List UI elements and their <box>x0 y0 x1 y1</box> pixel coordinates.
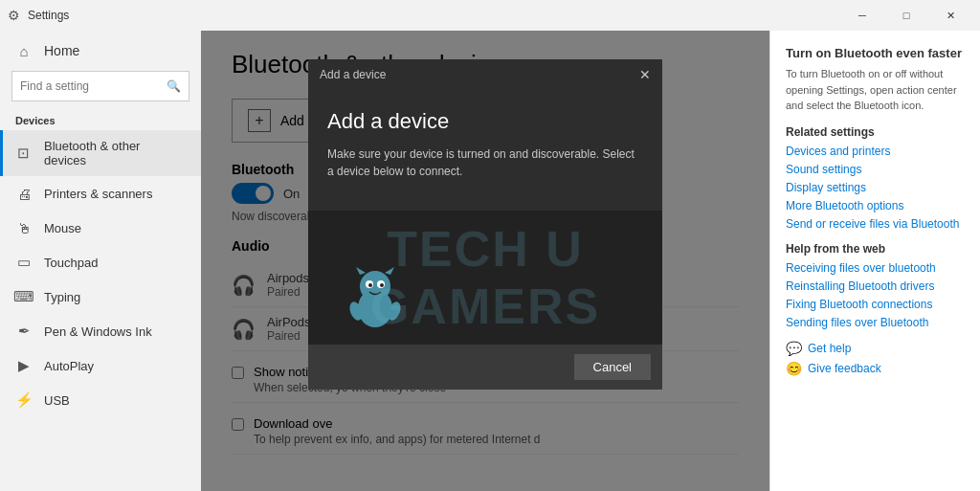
app-body: ⌂ Home 🔍 Devices ⊡ Bluetooth & other dev… <box>0 31 980 491</box>
sidebar-item-mouse[interactable]: 🖱 Mouse <box>0 211 201 245</box>
title-bar-title: Settings <box>28 9 69 22</box>
link-receiving-files[interactable]: Receiving files over bluetooth <box>786 261 965 275</box>
link-devices-printers[interactable]: Devices and printers <box>786 145 965 158</box>
sidebar-item-usb-label: USB <box>44 393 70 408</box>
mouse-icon: 🖱 <box>15 219 33 236</box>
sidebar-item-typing-label: Typing <box>44 290 80 304</box>
dialog-animation-area: TECH U GAMERS <box>308 211 662 345</box>
link-more-bluetooth[interactable]: More Bluetooth options <box>786 199 965 212</box>
link-fixing-connections[interactable]: Fixing Bluetooth connections <box>786 298 965 311</box>
help-title: Help from the web <box>786 242 965 256</box>
sidebar-item-bluetooth[interactable]: ⊡ Bluetooth & other devices <box>0 130 201 176</box>
feedback-icon: 😊 <box>786 361 802 376</box>
sidebar-item-usb[interactable]: ⚡ USB <box>0 383 201 417</box>
sidebar-item-printers-label: Printers & scanners <box>44 187 152 201</box>
minimize-button[interactable]: ─ <box>840 0 884 31</box>
search-box[interactable]: 🔍 <box>11 71 189 101</box>
dialog-titlebar-text: Add a device <box>320 68 386 81</box>
sidebar: ⌂ Home 🔍 Devices ⊡ Bluetooth & other dev… <box>0 31 201 491</box>
maximize-button[interactable]: □ <box>884 0 928 31</box>
add-device-dialog: Add a device ✕ Add a device Make sure yo… <box>308 59 662 390</box>
help-icon: 💬 <box>786 341 802 356</box>
link-display-settings[interactable]: Display settings <box>786 181 965 194</box>
printer-icon: 🖨 <box>15 185 33 202</box>
link-reinstalling-drivers[interactable]: Reinstalling Bluetooth drivers <box>786 279 965 293</box>
tip-title: Turn on Bluetooth even faster <box>786 46 965 60</box>
sidebar-item-pen[interactable]: ✒ Pen & Windows Ink <box>0 314 201 348</box>
dialog-desc: Make sure your device is turned on and d… <box>327 145 643 180</box>
dialog-watermark-1: TECH U <box>370 220 600 278</box>
dialog-watermark-2: GAMERS <box>370 278 600 335</box>
dialog-titlebar: Add a device ✕ <box>308 59 662 90</box>
sidebar-item-typing[interactable]: ⌨ Typing <box>0 279 201 314</box>
link-sound-settings[interactable]: Sound settings <box>786 163 965 176</box>
search-input[interactable] <box>20 79 167 93</box>
devices-section-label: Devices <box>0 109 201 130</box>
dialog-cancel-button[interactable]: Cancel <box>574 354 651 380</box>
give-feedback-link[interactable]: Give feedback <box>808 362 881 375</box>
get-help-link[interactable]: Get help <box>808 342 851 355</box>
dialog-overlay: Add a device ✕ Add a device Make sure yo… <box>201 31 769 491</box>
home-icon: ⌂ <box>15 42 33 59</box>
sidebar-item-pen-label: Pen & Windows Ink <box>44 324 152 339</box>
autoplay-icon: ▶ <box>15 357 33 374</box>
sidebar-item-autoplay[interactable]: ▶ AutoPlay <box>0 348 201 383</box>
sidebar-item-touchpad-label: Touchpad <box>44 256 98 270</box>
pen-icon: ✒ <box>15 323 33 340</box>
related-settings-title: Related settings <box>786 125 965 139</box>
sidebar-item-autoplay-label: AutoPlay <box>44 359 94 373</box>
title-bar: ⚙ Settings ─ □ ✕ <box>0 0 980 31</box>
sidebar-item-touchpad[interactable]: ▭ Touchpad <box>0 245 201 279</box>
svg-marker-6 <box>356 267 366 275</box>
typing-icon: ⌨ <box>15 288 33 305</box>
right-panel: Turn on Bluetooth even faster To turn Bl… <box>769 31 980 491</box>
tip-desc: To turn Bluetooth on or off without open… <box>786 66 965 114</box>
dialog-close-button[interactable]: ✕ <box>639 67 651 82</box>
dialog-footer: Cancel <box>308 345 662 390</box>
usb-icon: ⚡ <box>15 391 33 409</box>
help-section: Help from the web Receiving files over b… <box>786 242 965 329</box>
close-button[interactable]: ✕ <box>928 0 972 31</box>
get-help-item: 💬 Get help <box>786 341 965 356</box>
link-sending-files[interactable]: Sending files over Bluetooth <box>786 316 965 329</box>
bluetooth-icon: ⊡ <box>15 145 33 162</box>
search-icon: 🔍 <box>167 79 181 93</box>
link-send-receive-files[interactable]: Send or receive files via Bluetooth <box>786 217 965 231</box>
window-controls: ─ □ ✕ <box>840 0 972 31</box>
main-content: Bluetooth & other devices + Add Bluetoot… <box>201 31 769 491</box>
settings-icon: ⚙ <box>8 8 20 23</box>
sidebar-item-bluetooth-label: Bluetooth & other devices <box>44 139 186 167</box>
dialog-body: Add a device Make sure your device is tu… <box>308 90 662 211</box>
help-actions: 💬 Get help 😊 Give feedback <box>786 341 965 376</box>
sidebar-item-mouse-label: Mouse <box>44 221 81 235</box>
give-feedback-item: 😊 Give feedback <box>786 361 965 376</box>
sidebar-item-home[interactable]: ⌂ Home <box>0 34 201 67</box>
touchpad-icon: ▭ <box>15 254 33 271</box>
sidebar-item-printers[interactable]: 🖨 Printers & scanners <box>0 176 201 211</box>
home-label: Home <box>44 43 79 58</box>
dialog-title: Add a device <box>327 109 643 134</box>
